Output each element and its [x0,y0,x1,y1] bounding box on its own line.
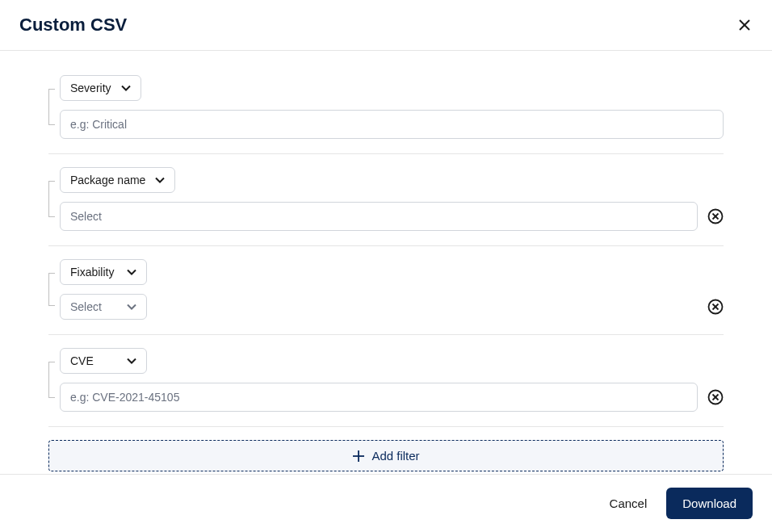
chevron-down-icon [127,269,136,275]
modal-body: Severity Package name [0,51,772,480]
fixability-value-placeholder: Select [70,300,102,313]
chevron-down-icon [121,85,131,91]
chevron-down-icon [155,177,165,183]
download-button[interactable]: Download [666,488,753,519]
plus-icon [352,450,365,463]
modal-footer: Cancel Download [0,474,772,532]
close-icon[interactable] [736,17,753,33]
cve-type-select[interactable]: CVE [60,348,147,374]
add-filter-button[interactable]: Add filter [48,440,724,471]
cancel-button[interactable]: Cancel [610,496,648,510]
package-name-type-select[interactable]: Package name [60,167,175,193]
filter-group-fixability: Fixability Select [48,259,724,335]
chevron-down-icon [127,304,136,310]
filter-group-severity: Severity [48,75,724,154]
remove-filter-icon[interactable] [707,389,724,405]
modal-header: Custom CSV [0,0,772,51]
fixability-type-label: Fixability [70,266,114,279]
remove-filter-icon[interactable] [707,208,724,224]
add-filter-label: Add filter [371,449,419,463]
chevron-down-icon [127,358,136,364]
cve-input[interactable] [60,383,698,412]
bracket-decoration [48,362,55,398]
severity-input[interactable] [60,110,724,139]
filter-group-package-name: Package name Select [48,167,724,246]
filter-group-cve: CVE [48,348,724,427]
fixability-type-select[interactable]: Fixability [60,259,147,285]
cve-type-label: CVE [70,354,94,367]
bracket-decoration [48,273,55,306]
package-name-value-select[interactable]: Select [60,202,698,231]
modal-title: Custom CSV [19,15,127,36]
package-name-value-placeholder: Select [70,210,102,223]
fixability-value-select[interactable]: Select [60,294,147,320]
severity-type-label: Severity [70,82,111,94]
bracket-decoration [48,181,55,217]
remove-filter-icon[interactable] [707,299,724,315]
bracket-decoration [48,89,55,125]
package-name-type-label: Package name [70,174,145,186]
severity-type-select[interactable]: Severity [60,75,141,101]
